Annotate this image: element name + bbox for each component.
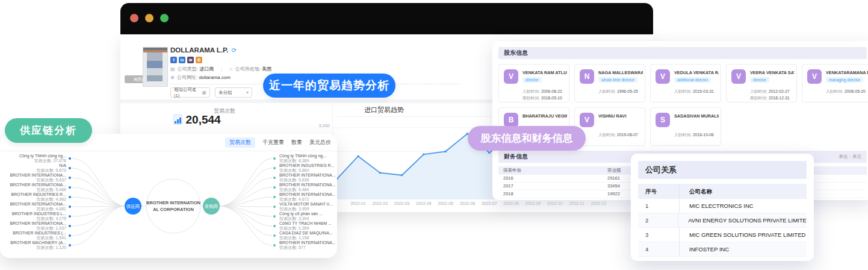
supplier-item[interactable]: BROTHER INDUSTRIES R...贸易次数: 4,962 [11, 192, 66, 202]
supplier-name: BROTHER INTERNATIONA... [10, 221, 66, 226]
window-titlebar [120, 3, 653, 34]
similar-company-select[interactable]: 相似公司名(1)▣ [170, 87, 210, 98]
refresh-icon[interactable]: ⟳ [231, 47, 236, 54]
finance-col-year: 报表年份 [498, 166, 603, 175]
buyer-name: BROTHER INTERNATIONA... [279, 240, 336, 245]
supplier-count: 贸易次数: 4,275 [12, 216, 66, 221]
website-icon: ⊕ [170, 75, 175, 80]
svg-text:采购商: 采购商 [205, 204, 219, 209]
supplier-item[interactable]: BROTHER MACHINERY (A...贸易次数: 1,120 [10, 240, 66, 250]
relations-row[interactable]: 1MIC ELECTRONICS INC [638, 199, 807, 213]
supplier-count: 贸易次数: 1,120 [10, 245, 66, 250]
avatar: N [580, 69, 594, 84]
relations-header: 公司关系 [638, 161, 807, 179]
company-name: DOLLARAMA L.P.⟳ [170, 46, 237, 54]
supplier-item[interactable]: BROTHER INDUSTRIES (...贸易次数: 1,541 [13, 231, 66, 240]
relations-row[interactable]: 2AVNI ENERGY SOLUTIONS PRIVATE LIMITED [638, 213, 807, 228]
buyer-item[interactable]: BROTHER INTERNATIONA...贸易次数: 577 [279, 240, 336, 250]
relation-index: 2 [638, 213, 678, 227]
buyer-count: 贸易次数: 5,484 [279, 187, 336, 192]
supplier-item[interactable]: BROTHER INTERNATIONA...贸易次数: 5,837 [10, 173, 66, 183]
buyer-item[interactable]: BROTHER INTERNATIONA...贸易次数: 5,484 [279, 183, 336, 192]
relations-col-name: 公司名称 [680, 184, 712, 199]
supplier-name: BROTHER INTERNATIONA... [10, 202, 66, 207]
join-date: 入职时间: 2008-05-20 [826, 89, 866, 95]
x-axis-tick: 2022-06 [457, 201, 479, 206]
supplier-item[interactable]: BROTHER INTERNATIONA...贸易次数: 4,681 [10, 202, 66, 212]
supplier-item[interactable]: BROTHER INTERNATIONA...贸易次数: 5,466 [10, 183, 66, 192]
buyer-node[interactable]: 采购商 [203, 198, 220, 215]
shareholder-name: VEERA VENKATA SATYA... [750, 70, 795, 75]
relation-company-name: MIC GREEN SOLUTIONS PRIVATE LIMITED [680, 228, 805, 242]
phone-icon[interactable]: ✆ [196, 57, 202, 63]
role-badge: additional director [674, 77, 711, 83]
finance-year: 2016 [498, 175, 603, 182]
email-icon[interactable]: ✉ [187, 57, 194, 63]
supplier-count: 贸易次数: 5,466 [10, 187, 66, 192]
buyer-count: 贸易次数: 4,672 [279, 197, 336, 202]
supply-chain-pill: 供应链分析 [5, 118, 92, 143]
location-icon: ⌂ [230, 66, 233, 72]
join-date: 入职时间: 2006-08-22 [522, 89, 562, 95]
supplier-count: 贸易次数: 37,678 [19, 159, 66, 163]
shareholder-card: VVENKATA RAM ATLURIdirector入职时间: 2006-08… [498, 64, 569, 102]
buyer-count: 贸易次数: 3,959 [279, 207, 332, 212]
avatar: S [656, 113, 670, 127]
shareholder-name: VENKATA RAM ATLURI [522, 70, 567, 75]
svg-text:AL CORPORATION: AL CORPORATION [153, 207, 194, 212]
buyer-item[interactable]: VOLTA MOTOR SANAYİ V...贸易次数: 3,959 [279, 202, 332, 212]
supplier-count: 贸易次数: 5,837 [10, 178, 66, 183]
relations-row[interactable]: 3MIC GREEN SOLUTIONS PRIVATE LIMITED [638, 228, 807, 242]
buyer-item[interactable]: BROTHER INTERNATIONA...贸易次数: 4,672 [279, 192, 336, 202]
buyer-item[interactable]: Công ty cổ phần sản ...贸易次数: 3,394 [279, 212, 323, 221]
shareholder-name: VEDULA VENKATA RAM... [674, 70, 719, 75]
chart-title: 进口贸易趋势 [364, 105, 404, 115]
supplier-name: BROTHER MACHINERY (A... [10, 240, 66, 245]
supplier-name: BROTHER INDUSTRIES L... [12, 212, 66, 216]
finance-unit: 单位：美元 [839, 151, 862, 163]
product-image [143, 47, 168, 87]
bar-chart-icon [173, 115, 182, 125]
shareholder-name: VENKATARAMANA MAG... [826, 70, 868, 75]
supplier-item[interactable]: N/A贸易次数: 5,873 [37, 163, 66, 173]
supplier-node[interactable]: 供应商 [125, 198, 141, 215]
buyer-item[interactable]: BROTHER INDUSTRIES R...贸易次数: 5,860 [279, 163, 334, 173]
supply-chain-panel: 贸易次数千克重量数量美元总价 BROTHER INTERNATIONAL COR… [0, 134, 337, 258]
linkedin-icon[interactable]: in [179, 57, 185, 63]
supplier-count: 贸易次数: 5,873 [37, 168, 66, 173]
traffic-light-close-icon[interactable] [130, 14, 138, 22]
finance-col-revenue: 营业额 [603, 166, 621, 175]
relations-row[interactable]: 4INFOSTEP INC [638, 242, 807, 257]
join-date: 入职时间: 2015-03-31 [674, 89, 714, 95]
supplier-count: 贸易次数: 1,541 [13, 236, 66, 240]
buyer-count: 贸易次数: 577 [279, 245, 336, 250]
relation-company-name: AVNI ENERGY SOLUTIONS PRIVATE LIMITED [678, 213, 807, 227]
supplier-item[interactable]: BROTHER INDUSTRIES L...贸易次数: 4,275 [12, 212, 66, 221]
traffic-light-minimize-icon[interactable] [145, 14, 153, 22]
calendar-icon: ▣ [202, 90, 206, 95]
buyer-count: 贸易次数: 2,359 [279, 226, 332, 231]
shareholder-info-pill: 股东信息和财务信息 [468, 126, 586, 151]
relations-header-row: 序号公司名称 [638, 184, 807, 199]
traffic-light-zoom-icon[interactable] [160, 14, 169, 22]
buyer-item[interactable]: Công ty TNHH công ng...贸易次数: 8,389 [279, 154, 326, 163]
buyer-name: Công ty TNHH công ng... [279, 154, 326, 159]
shareholder-card: VVEERA VENKATA SATYA...director入职时间: 201… [726, 64, 797, 102]
company-location-value: 美国 [262, 66, 271, 72]
buyer-item[interactable]: CôNG TY TRáCH NHIệM ...贸易次数: 2,359 [279, 221, 332, 231]
group-select[interactable]: 未分组▾ [215, 87, 252, 98]
avatar: V [807, 69, 822, 84]
buyer-item[interactable]: CASA DIAZ DE MAQUINA...贸易次数: 1,158 [279, 231, 333, 240]
finance-revenue: 19922 [603, 190, 620, 198]
shareholder-card: VVEDULA VENKATA RAM...additional directo… [650, 64, 721, 102]
company-website-value[interactable]: dollarama.com [199, 75, 230, 80]
buyer-item[interactable]: BROTHER INTERNATIONA...贸易次数: 5,836 [279, 173, 336, 183]
x-axis-tick: 2022-02 [369, 201, 391, 206]
role-badge: managing director [826, 77, 863, 83]
supplier-item[interactable]: Công ty TNHH công ng...贸易次数: 37,678 [19, 154, 66, 163]
facebook-icon[interactable]: f [170, 57, 177, 63]
buyer-name: BROTHER INTERNATIONA... [279, 192, 336, 197]
finance-revenue: 29161 [603, 175, 620, 182]
buyer-name: CASA DIAZ DE MAQUINA... [279, 231, 333, 236]
supplier-item[interactable]: BROTHER INTERNATIONA...贸易次数: 1,937 [10, 221, 66, 231]
